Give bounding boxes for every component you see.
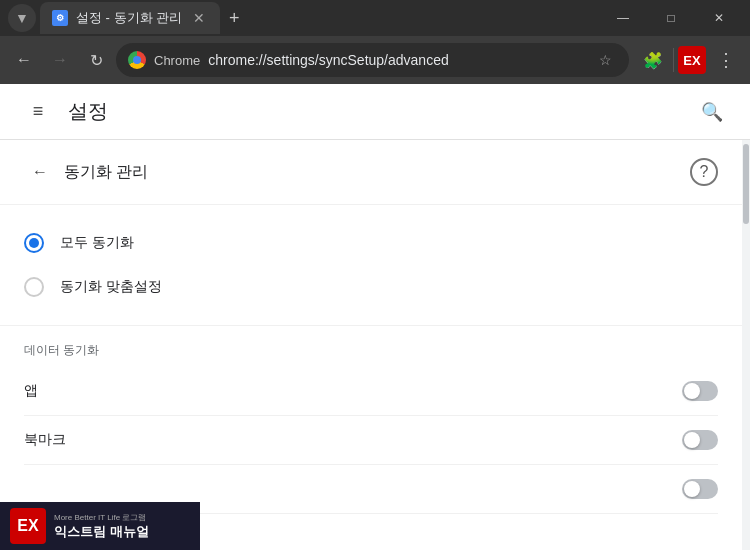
sync-all-radio[interactable] (24, 233, 44, 253)
active-tab[interactable]: ⚙ 설정 - 동기화 관리 ✕ (40, 2, 220, 34)
tab-favicon: ⚙ (52, 10, 68, 26)
new-tab-button[interactable]: + (220, 4, 248, 32)
data-sync-section: 데이터 동기화 앱 북마크 (0, 326, 742, 514)
scroll-thumb[interactable] (743, 144, 749, 224)
settings-page: ≡ 설정 🔍 ← 동기화 관리 ? 모두 동기화 (0, 84, 750, 550)
address-input[interactable] (208, 52, 585, 68)
sync-bookmarks-label: 북마크 (24, 431, 682, 449)
section-title: 동기화 관리 (64, 162, 690, 183)
address-bar[interactable]: Chrome ☆ (116, 43, 629, 77)
maximize-button[interactable]: □ (648, 0, 694, 36)
sync-custom-label: 동기화 맞춤설정 (60, 278, 162, 296)
navigation-bar: ← → ↻ Chrome ☆ 🧩 EX ⋮ (0, 36, 750, 84)
extensions-button[interactable]: 🧩 (637, 44, 669, 76)
sync-apps-label: 앱 (24, 382, 682, 400)
nav-divider (673, 48, 674, 72)
minimize-button[interactable]: — (600, 0, 646, 36)
watermark-tagline: More Better IT Life 로그램 (54, 512, 149, 523)
bookmark-button[interactable]: ☆ (593, 48, 617, 72)
back-button[interactable]: ← (8, 44, 40, 76)
sync-custom-option[interactable]: 동기화 맞춤설정 (24, 265, 718, 309)
settings-content: ← 동기화 관리 ? 모두 동기화 동기화 맞춤설정 데이터 (0, 140, 750, 550)
profile-button[interactable]: ▼ (8, 4, 36, 32)
help-button[interactable]: ? (690, 158, 718, 186)
reload-button[interactable]: ↻ (80, 44, 112, 76)
tab-close-button[interactable]: ✕ (190, 9, 208, 27)
nav-right-controls: 🧩 EX ⋮ (637, 44, 742, 76)
title-bar: ▼ ⚙ 설정 - 동기화 관리 ✕ + — □ ✕ (0, 0, 750, 36)
address-bar-icons: ☆ (593, 48, 617, 72)
forward-button[interactable]: → (44, 44, 76, 76)
watermark-name: 익스트림 매뉴얼 (54, 523, 149, 541)
watermark-text-block: More Better IT Life 로그램 익스트림 매뉴얼 (54, 512, 149, 541)
chrome-label: Chrome (154, 53, 200, 68)
settings-page-title: 설정 (68, 98, 694, 125)
content-main: ← 동기화 관리 ? 모두 동기화 동기화 맞춤설정 데이터 (0, 140, 742, 550)
sync-custom-radio[interactable] (24, 277, 44, 297)
window-controls: — □ ✕ (600, 0, 742, 36)
section-header: ← 동기화 관리 ? (0, 140, 742, 205)
sync-item-bookmarks: 북마크 (24, 416, 718, 465)
watermark-logo: EX (10, 508, 46, 544)
close-button[interactable]: ✕ (696, 0, 742, 36)
settings-header: ≡ 설정 🔍 (0, 84, 750, 140)
sync-item-apps: 앱 (24, 367, 718, 416)
tab-title: 설정 - 동기화 관리 (76, 9, 182, 27)
sync-all-label: 모두 동기화 (60, 234, 134, 252)
settings-search-button[interactable]: 🔍 (694, 94, 730, 130)
extreme-extension-icon[interactable]: EX (678, 46, 706, 74)
chrome-logo-icon (128, 51, 146, 69)
sync-mode-section: 모두 동기화 동기화 맞춤설정 (0, 205, 742, 326)
chrome-menu-button[interactable]: ⋮ (710, 44, 742, 76)
tab-bar: ▼ ⚙ 설정 - 동기화 관리 ✕ + (8, 2, 596, 34)
scroll-track[interactable] (742, 140, 750, 550)
radio-dot (29, 238, 39, 248)
watermark: EX More Better IT Life 로그램 익스트림 매뉴얼 (0, 502, 200, 550)
sync-all-option[interactable]: 모두 동기화 (24, 221, 718, 265)
data-sync-title: 데이터 동기화 (24, 342, 718, 359)
sync-bookmarks-toggle[interactable] (682, 430, 718, 450)
hamburger-button[interactable]: ≡ (20, 94, 56, 130)
sync-third-toggle[interactable] (682, 479, 718, 499)
sync-apps-toggle[interactable] (682, 381, 718, 401)
section-back-button[interactable]: ← (24, 156, 56, 188)
